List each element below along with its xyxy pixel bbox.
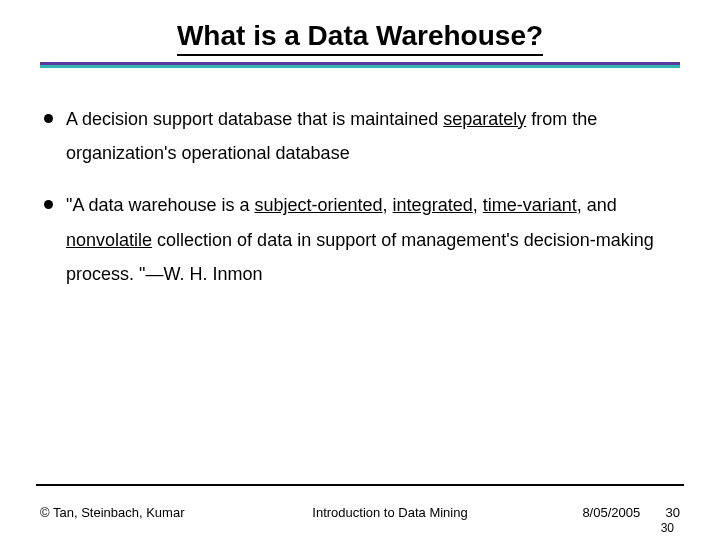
underlined-text: nonvolatile [66, 230, 152, 250]
content-area: A decision support database that is main… [40, 102, 680, 291]
text-span: , and [577, 195, 617, 215]
footer-copyright: © Tan, Steinbach, Kumar [40, 505, 260, 520]
footer-right: 8/05/2005 30 30 [520, 505, 680, 520]
list-item: "A data warehouse is a subject-oriented,… [40, 188, 680, 291]
slide-title: What is a Data Warehouse? [177, 20, 543, 56]
underlined-text: integrated [393, 195, 473, 215]
footer-page-duplicate: 30 [661, 521, 674, 535]
text-span: "A data warehouse is a [66, 195, 255, 215]
slide: What is a Data Warehouse? A decision sup… [0, 0, 720, 540]
text-span: collection of data in support of managem… [66, 230, 654, 284]
list-item: A decision support database that is main… [40, 102, 680, 170]
text-span: A decision support database that is main… [66, 109, 443, 129]
footer: © Tan, Steinbach, Kumar Introduction to … [0, 494, 720, 530]
footer-page: 30 [666, 505, 680, 520]
rule-teal [40, 65, 680, 68]
footer-rule [36, 484, 684, 486]
text-span: , [383, 195, 393, 215]
bullet-list: A decision support database that is main… [40, 102, 680, 291]
underlined-text: separately [443, 109, 526, 129]
text-span: , [473, 195, 483, 215]
title-rule [40, 62, 680, 68]
footer-date: 8/05/2005 [582, 505, 640, 520]
underlined-text: subject-oriented [255, 195, 383, 215]
footer-row: © Tan, Steinbach, Kumar Introduction to … [0, 494, 720, 530]
title-wrap: What is a Data Warehouse? [40, 20, 680, 56]
underlined-text: time-variant [483, 195, 577, 215]
footer-title: Introduction to Data Mining [260, 505, 520, 520]
